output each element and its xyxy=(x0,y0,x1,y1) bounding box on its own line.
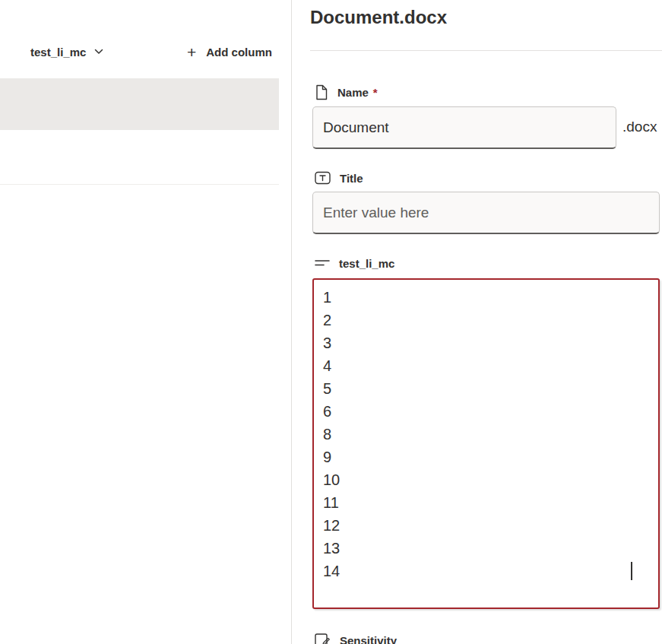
list-row-selected[interactable] xyxy=(0,78,279,130)
sensitivity-field-label-row: Sensitivity xyxy=(315,632,397,644)
plus-icon: + xyxy=(187,44,196,60)
name-field-label-row: Name * xyxy=(315,84,378,100)
text-cursor xyxy=(631,562,632,580)
required-marker: * xyxy=(373,86,378,99)
multiline-text-icon xyxy=(315,259,330,268)
name-field-label: Name xyxy=(337,86,369,99)
title-divider xyxy=(310,50,662,51)
column-header-test-li-mc[interactable]: test_li_mc xyxy=(30,43,103,61)
add-column-button[interactable]: + Add column xyxy=(187,41,272,62)
sensitivity-field-label: Sensitivity xyxy=(340,634,397,644)
list-bottom-divider xyxy=(0,184,279,185)
sensitivity-label-icon xyxy=(315,633,331,644)
text-box-icon xyxy=(315,171,331,185)
details-panel: Document.docx Name * .docx Title xyxy=(291,0,662,644)
column-header-label: test_li_mc xyxy=(30,46,86,59)
title-input[interactable] xyxy=(312,192,660,234)
file-extension-suffix: .docx xyxy=(622,119,657,135)
name-input[interactable] xyxy=(312,106,616,149)
chevron-down-icon xyxy=(94,49,103,55)
test-li-mc-field-label: test_li_mc xyxy=(339,257,394,270)
title-field-label: Title xyxy=(340,172,363,185)
file-list: test_li_mc + Add column xyxy=(0,0,279,644)
title-field-label-row: Title xyxy=(315,170,363,186)
document-page-icon xyxy=(315,84,328,100)
test-li-mc-textarea[interactable]: 1 2 3 4 5 6 8 9 10 11 12 13 14 xyxy=(312,278,660,609)
test-li-mc-field-label-row: test_li_mc xyxy=(315,255,394,271)
page-title: Document.docx xyxy=(310,7,447,28)
add-column-label: Add column xyxy=(206,46,272,59)
